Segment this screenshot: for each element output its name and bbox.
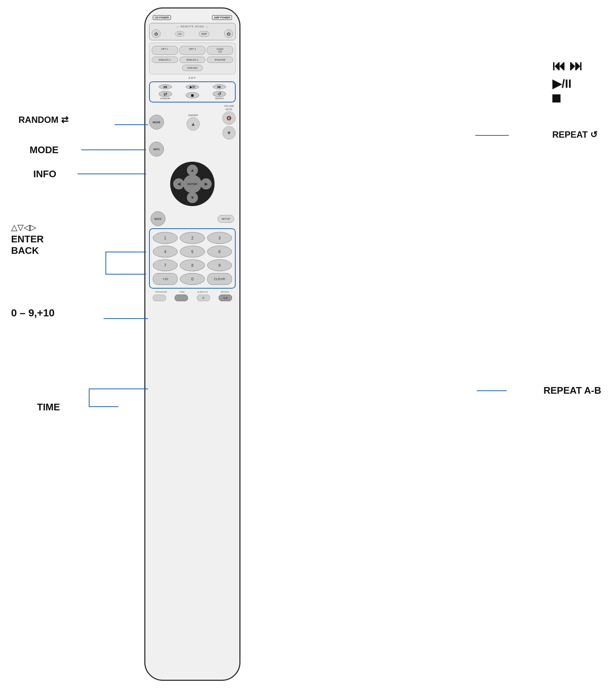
opt1-button[interactable]: OPT 1 — [152, 46, 178, 55]
usb-dac-row: USB-DAC — [152, 65, 233, 71]
stop-icon-row — [552, 94, 583, 104]
random-annotation-group: RANDOM ⇄ — [18, 115, 68, 125]
num-5-button[interactable]: 5 — [180, 246, 205, 258]
top-power-section: CD POWER AMP POWER — [149, 15, 236, 20]
amp-section-label: AMP — [188, 77, 196, 79]
play-pause-icon: ▶/II — [552, 76, 583, 92]
info-connector-line — [78, 174, 146, 174]
prev-next-icons: ⏮ ⏭ — [552, 57, 583, 75]
back-button[interactable]: BACK — [151, 211, 165, 226]
dpad-down-button[interactable]: ▼ — [187, 192, 198, 203]
setup-button[interactable]: SETUP — [218, 215, 234, 223]
random-annotation-label: RANDOM ⇄ — [18, 115, 68, 125]
input-row-1: OPT 1 OPT 2 COAXCD — [152, 46, 233, 55]
play-pause-button[interactable]: ▶/II — [186, 85, 199, 89]
usb-dac-button[interactable]: USB-DAC — [182, 65, 202, 71]
analog2-button[interactable]: ANALOG 2 — [179, 57, 206, 63]
clear-button[interactable]: CLEAR — [207, 273, 232, 285]
cd-power-button[interactable]: ⏻ — [152, 29, 161, 38]
cd-power-label: CD POWER — [153, 15, 171, 20]
mode-dimmer-volume-row: MODE DIMMER ▲ VOLUME MUTE 🔇 ▼ — [149, 105, 236, 139]
cd-mode-button[interactable]: CD — [175, 31, 184, 37]
mute-button[interactable]: 🔇 — [222, 111, 236, 125]
info-button[interactable]: INFO — [149, 142, 164, 157]
volume-label: VOLUME — [224, 105, 234, 107]
enter-annotation-label: ENTER — [11, 233, 44, 245]
time-connector-h — [89, 406, 118, 407]
analog1-button[interactable]: ANALOG 1 — [152, 57, 178, 63]
amp-power-label: AMP POWER — [212, 15, 232, 20]
transport-icons-annotation: ⏮ ⏭ ▶/II — [552, 57, 583, 104]
dpad-up-button[interactable]: ▲ — [187, 165, 198, 176]
prev-button[interactable]: ⏮ — [159, 84, 172, 89]
info-row: INFO — [149, 142, 236, 157]
random-label: RANDOM — [160, 97, 170, 100]
time-annotation-text: TIME — [37, 401, 60, 413]
remote-control: CD POWER AMP POWER — REMOTE MODE — ⏻ CD … — [144, 7, 240, 681]
amp-power-button[interactable]: ⏻ — [224, 29, 233, 38]
program-button[interactable] — [153, 295, 166, 301]
numpad-annotation-text: 0 – 9,+10 — [11, 307, 55, 319]
num-2-button[interactable]: 2 — [180, 232, 205, 244]
prev-col: ⏮ — [153, 84, 178, 89]
mode-button[interactable]: MODE — [149, 115, 164, 130]
next-button[interactable]: ⏭ — [213, 84, 226, 89]
repeat-text: REPEAT ↺ — [552, 130, 598, 139]
enter-button[interactable]: ENTER — [183, 175, 202, 193]
numpad-row-1: 1 2 3 — [153, 232, 232, 244]
playback-section: ⏮ ▶/II ⏭ ⇄ RANDOM ■ ↺ REPEAT — [149, 81, 236, 102]
play-pause-col: ▶/II — [180, 85, 205, 89]
dpad: ▲ ◀ ENTER ▶ ▼ — [170, 162, 215, 206]
program-func-label: PROGRAM — [155, 291, 167, 293]
coax-cd-button[interactable]: COAXCD — [207, 46, 233, 55]
time-button[interactable] — [175, 295, 188, 301]
back-setup-row: BACK SETUP — [149, 211, 236, 226]
num-9-button[interactable]: 9 — [207, 259, 232, 271]
qreplay-func-label: Q.REPLAY — [197, 291, 208, 293]
stop-button[interactable]: ■ — [186, 92, 199, 98]
num-4-button[interactable]: 4 — [153, 246, 178, 258]
repeat-func-label: REPEAT — [221, 291, 230, 293]
transport-row: ⏮ ▶/II ⏭ — [153, 84, 232, 89]
num-7-button[interactable]: 7 — [153, 259, 178, 271]
repeat-col: ↺ REPEAT — [207, 91, 232, 100]
numpad-section: 1 2 3 4 5 6 7 8 9 +10 0 CLEAR — [149, 228, 236, 289]
stop-col: ■ — [180, 92, 205, 98]
ipod-usb-button[interactable]: iPod/USB — [207, 57, 233, 63]
dimmer-col: DIMMER ▲ — [186, 114, 200, 131]
num-0-button[interactable]: 0 — [180, 273, 205, 285]
qreplay-button[interactable]: ↺ — [197, 295, 210, 301]
numpad-row-3: 7 8 9 — [153, 259, 232, 271]
num-3-button[interactable]: 3 — [207, 232, 232, 244]
random-button[interactable]: ⇄ — [159, 91, 172, 97]
num-1-button[interactable]: 1 — [153, 232, 178, 244]
dpad-right-button[interactable]: ▶ — [201, 178, 212, 189]
dpad-left-button[interactable]: ◀ — [173, 178, 184, 189]
num-6-button[interactable]: 6 — [207, 246, 232, 258]
dimmer-label: DIMMER — [188, 114, 198, 117]
info-annotation-label: INFO — [33, 168, 56, 180]
repeat-button[interactable]: ↺ — [213, 91, 226, 97]
num-8-button[interactable]: 8 — [180, 259, 205, 271]
repeat-ab-button[interactable]: A-B — [219, 295, 232, 301]
func-section: PROGRAM TIME Q.REPLAY REPEAT ↺ A-B — [149, 291, 236, 301]
volume-down-button[interactable]: ▼ — [222, 126, 236, 139]
repeat-label: REPEAT — [215, 97, 224, 100]
numpad-row-4: +10 0 CLEAR — [153, 273, 232, 285]
plus10-button[interactable]: +10 — [153, 273, 178, 285]
dpad-connector-v — [105, 252, 106, 274]
opt2-button[interactable]: OPT 2 — [179, 46, 206, 55]
repeat-connector-line — [475, 135, 509, 136]
random-col: ⇄ RANDOM — [153, 91, 178, 100]
amp-mode-button[interactable]: AMP — [199, 31, 209, 37]
back-connector-line — [105, 274, 146, 275]
func-btns-row: ↺ A-B — [149, 295, 236, 301]
dpad-annotation: △▽◁▷ ENTER BACK — [11, 222, 44, 256]
time-connector-h2 — [89, 389, 148, 389]
numpad-row-2: 4 5 6 — [153, 246, 232, 258]
time-connector-v — [89, 389, 90, 407]
repeat-ab-annotation: REPEAT A-B — [543, 385, 601, 396]
stop-icon — [552, 94, 561, 102]
dimmer-button[interactable]: ▲ — [186, 117, 200, 131]
input-row-2: ANALOG 1 ANALOG 2 iPod/USB — [152, 57, 233, 63]
